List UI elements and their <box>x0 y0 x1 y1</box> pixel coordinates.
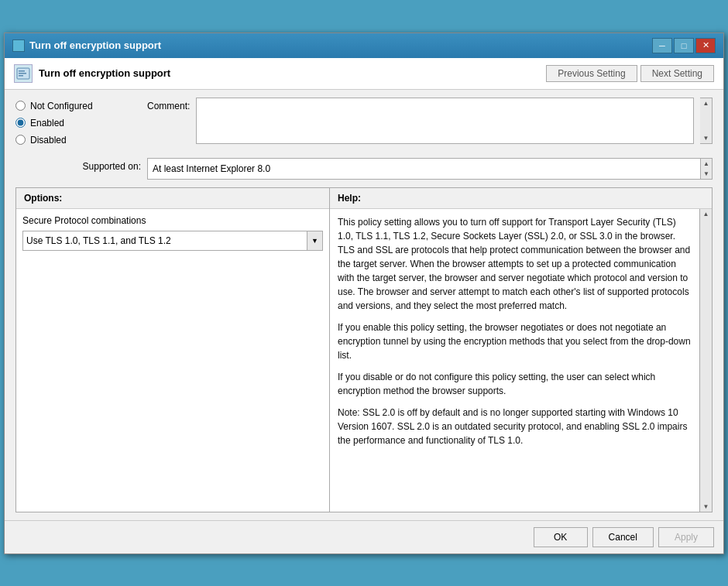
prev-setting-button[interactable]: Previous Setting <box>546 65 637 82</box>
next-setting-button[interactable]: Next Setting <box>640 65 714 82</box>
comment-section: Comment: ▲ ▼ <box>147 98 713 144</box>
supported-scroll-down[interactable]: ▼ <box>702 169 711 179</box>
not-configured-label: Not Configured <box>30 101 93 111</box>
options-header: Options: <box>16 188 329 209</box>
radio-comment-row: Not Configured Enabled Disabled Comment:… <box>15 98 713 152</box>
supported-on-label: Supported on: <box>15 158 141 172</box>
main-window: Turn off encryption support ─ □ ✕ Turn o… <box>4 33 724 554</box>
supported-scroll-up[interactable]: ▲ <box>702 159 711 169</box>
disabled-radio[interactable] <box>15 135 26 145</box>
disabled-label: Disabled <box>30 135 67 146</box>
enabled-radio-label[interactable]: Enabled <box>15 118 147 129</box>
cancel-button[interactable]: Cancel <box>592 527 654 547</box>
comment-label: Comment: <box>147 98 190 111</box>
radio-section: Not Configured Enabled Disabled <box>15 98 147 152</box>
help-paragraph-2: If you disable or do not configure this … <box>338 370 692 398</box>
title-bar: Turn off encryption support ─ □ ✕ <box>5 33 723 58</box>
title-bar-controls: ─ □ ✕ <box>652 38 716 53</box>
window-title: Turn off encryption support <box>29 39 161 51</box>
enabled-radio[interactable] <box>15 118 26 128</box>
svg-rect-1 <box>19 70 25 72</box>
help-panel: Help: This policy setting allows you to … <box>330 188 712 512</box>
policy-icon <box>14 64 33 83</box>
header-title-area: Turn off encryption support <box>14 64 170 83</box>
svg-rect-3 <box>19 75 23 77</box>
bottom-bar: OK Cancel Apply <box>5 520 723 553</box>
header-policy-title: Turn off encryption support <box>39 67 170 79</box>
comment-scrollbar: ▲ ▼ <box>700 98 713 144</box>
help-paragraph-1: If you enable this policy setting, the b… <box>338 320 692 362</box>
nav-buttons: Previous Setting Next Setting <box>546 65 714 82</box>
dropdown-container: Use TLS 1.0, TLS 1.1, and TLS 1.2 Use SS… <box>22 231 323 251</box>
svg-rect-2 <box>19 73 26 74</box>
top-header: Turn off encryption support Previous Set… <box>5 58 723 90</box>
help-paragraph-3: Note: SSL 2.0 is off by default and is n… <box>338 406 692 447</box>
settings-area: Not Configured Enabled Disabled Comment:… <box>5 90 723 520</box>
maximize-button[interactable]: □ <box>674 38 694 53</box>
help-scroll-down[interactable]: ▼ <box>702 502 711 512</box>
ok-button[interactable]: OK <box>534 527 588 547</box>
supported-on-row: Supported on: At least Internet Explorer… <box>15 158 713 180</box>
window-icon <box>12 39 25 52</box>
help-content-wrapper: This policy setting allows you to turn o… <box>330 209 712 512</box>
minimize-button[interactable]: ─ <box>652 38 672 53</box>
dropdown-arrow-button[interactable]: ▼ <box>307 231 323 251</box>
secure-protocol-label: Secure Protocol combinations <box>22 215 323 226</box>
supported-value: At least Internet Explorer 8.0 <box>147 158 700 180</box>
enabled-label: Enabled <box>30 118 64 129</box>
help-content: This policy setting allows you to turn o… <box>330 209 699 512</box>
not-configured-radio[interactable] <box>15 101 26 111</box>
scroll-down-arrow[interactable]: ▼ <box>702 133 711 143</box>
help-paragraph-0: This policy setting allows you to turn o… <box>338 215 692 313</box>
close-button[interactable]: ✕ <box>695 38 716 53</box>
supported-value-container: At least Internet Explorer 8.0 ▲ ▼ <box>147 158 713 180</box>
options-content: Secure Protocol combinations Use TLS 1.0… <box>16 209 329 512</box>
scroll-up-arrow[interactable]: ▲ <box>702 98 711 108</box>
help-scroll-up[interactable]: ▲ <box>702 209 711 219</box>
apply-button[interactable]: Apply <box>658 527 714 547</box>
options-help-section: Options: Secure Protocol combinations Us… <box>15 187 713 512</box>
disabled-radio-label[interactable]: Disabled <box>15 135 147 146</box>
comment-textarea[interactable] <box>196 98 694 144</box>
not-configured-radio-label[interactable]: Not Configured <box>15 101 147 111</box>
supported-scrollbar: ▲ ▼ <box>700 158 713 180</box>
options-panel: Options: Secure Protocol combinations Us… <box>16 188 330 512</box>
help-header: Help: <box>330 188 712 209</box>
protocol-dropdown[interactable]: Use TLS 1.0, TLS 1.1, and TLS 1.2 Use SS… <box>22 231 307 251</box>
help-scrollbar: ▲ ▼ <box>699 209 712 512</box>
title-bar-left: Turn off encryption support <box>12 39 161 52</box>
